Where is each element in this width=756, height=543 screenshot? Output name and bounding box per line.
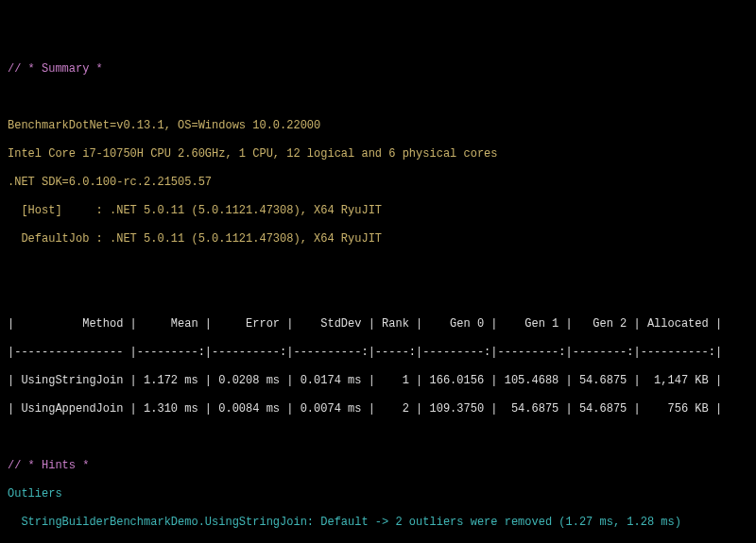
env-line-4: [Host] : .NET 5.0.11 (5.0.1121.47308), X… <box>8 204 748 218</box>
results-table-row: | UsingAppendJoin | 1.310 ms | 0.0084 ms… <box>8 402 748 416</box>
outliers-label: Outliers <box>8 487 748 501</box>
env-line-5: DefaultJob : .NET 5.0.11 (5.0.1121.47308… <box>8 232 748 246</box>
summary-header: // * Summary * <box>8 62 748 76</box>
results-table-row: | UsingStringJoin | 1.172 ms | 0.0208 ms… <box>8 374 748 388</box>
env-line-3: .NET SDK=6.0.100-rc.2.21505.57 <box>8 176 748 190</box>
hints-header: // * Hints * <box>8 459 748 473</box>
outlier-line: StringBuilderBenchmarkDemo.UsingStringJo… <box>8 516 748 530</box>
results-table-separator: |---------------- |---------:|----------… <box>8 346 748 360</box>
results-table-header: | Method | Mean | Error | StdDev | Rank … <box>8 317 748 331</box>
blank-line <box>8 289 748 303</box>
blank-line <box>8 261 748 275</box>
blank-line <box>8 431 748 445</box>
env-line-2: Intel Core i7-10750H CPU 2.60GHz, 1 CPU,… <box>8 147 748 161</box>
env-line-1: BenchmarkDotNet=v0.13.1, OS=Windows 10.0… <box>8 119 748 133</box>
blank-line <box>8 91 748 105</box>
